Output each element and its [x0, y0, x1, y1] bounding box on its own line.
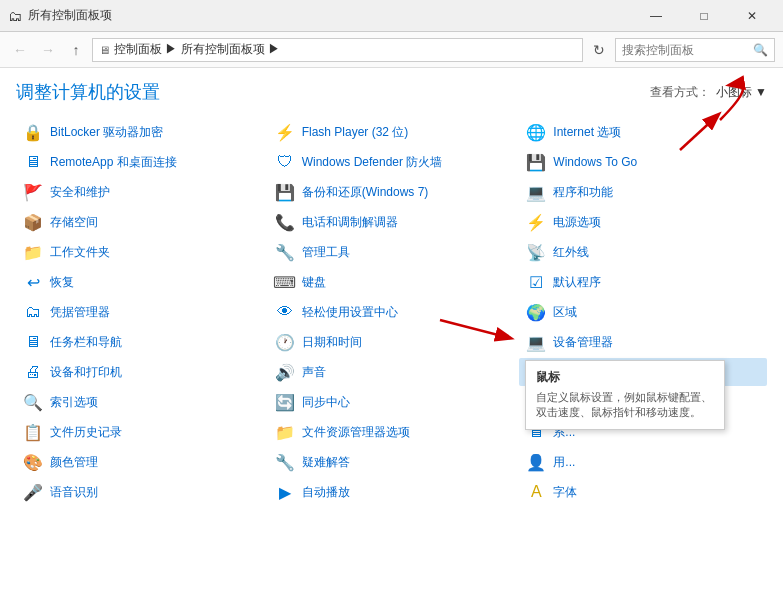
- credentials-icon: 🗂: [22, 301, 44, 323]
- grid-item-ease[interactable]: 👁轻松使用设置中心: [268, 298, 516, 326]
- grid-item-flash[interactable]: ⚡Flash Player (32 位): [268, 118, 516, 146]
- devices-label: 设备和打印机: [50, 364, 122, 381]
- storage-label: 存储空间: [50, 214, 98, 231]
- grid-item-storage[interactable]: 📦存储空间: [16, 208, 264, 236]
- grid-item-region[interactable]: 🌍区域: [519, 298, 767, 326]
- refresh-button[interactable]: ↻: [587, 38, 611, 62]
- grid-item-font[interactable]: A字体: [519, 478, 767, 506]
- grid-item-explorer[interactable]: 📁文件资源管理器选项: [268, 418, 516, 446]
- grid-item-autoplay[interactable]: ▶自动播放: [268, 478, 516, 506]
- bitlocker-icon: 🔒: [22, 121, 44, 143]
- close-button[interactable]: ✕: [729, 1, 775, 31]
- grid-item-devices[interactable]: 🖨设备和打印机: [16, 358, 264, 386]
- workfolders-icon: 📁: [22, 241, 44, 263]
- tooltip: 鼠标 自定义鼠标设置，例如鼠标键配置、双击速度、鼠标指针和移动速度。: [525, 360, 725, 430]
- view-label: 查看方式：: [650, 84, 710, 101]
- grid-item-device-mgr[interactable]: 💻设备管理器: [519, 328, 767, 356]
- grid-item-windows-to-go[interactable]: 💾Windows To Go: [519, 148, 767, 176]
- search-input[interactable]: [622, 43, 749, 57]
- tooltip-text: 自定义鼠标设置，例如鼠标键配置、双击速度、鼠标指针和移动速度。: [536, 390, 714, 421]
- grid-item-power[interactable]: ⚡电源选项: [519, 208, 767, 236]
- internet-options-icon: 🌐: [525, 121, 547, 143]
- default-programs-label: 默认程序: [553, 274, 601, 291]
- windows-to-go-label: Windows To Go: [553, 155, 637, 169]
- search-box[interactable]: 🔍: [615, 38, 775, 62]
- page-title: 调整计算机的设置: [16, 80, 160, 104]
- view-value-button[interactable]: 小图标 ▼: [716, 84, 767, 101]
- sound-icon: 🔊: [274, 361, 296, 383]
- power-label: 电源选项: [553, 214, 601, 231]
- grid-item-backup[interactable]: 💾备份和还原(Windows 7): [268, 178, 516, 206]
- windows-to-go-icon: 💾: [525, 151, 547, 173]
- flash-icon: ⚡: [274, 121, 296, 143]
- back-button[interactable]: ←: [8, 38, 32, 62]
- address-path[interactable]: 🖥 控制面板 ▶ 所有控制面板项 ▶: [92, 38, 583, 62]
- troubleshoot-label: 疑难解答: [302, 454, 350, 471]
- speech-icon: 🎤: [22, 481, 44, 503]
- title-bar: 🗂 所有控制面板项 — □ ✕: [0, 0, 783, 32]
- datetime-icon: 🕐: [274, 331, 296, 353]
- grid-item-workfolders[interactable]: 📁工作文件夹: [16, 238, 264, 266]
- color-label: 颜色管理: [50, 454, 98, 471]
- power-icon: ⚡: [525, 211, 547, 233]
- grid-item-datetime[interactable]: 🕐日期和时间: [268, 328, 516, 356]
- sound-label: 声音: [302, 364, 326, 381]
- internet-options-label: Internet 选项: [553, 124, 621, 141]
- maximize-button[interactable]: □: [681, 1, 727, 31]
- grid-item-taskbar[interactable]: 🖥任务栏和导航: [16, 328, 264, 356]
- grid-item-bitlocker[interactable]: 🔒BitLocker 驱动器加密: [16, 118, 264, 146]
- troubleshoot-icon: 🔧: [274, 451, 296, 473]
- indexing-label: 索引选项: [50, 394, 98, 411]
- grid-item-troubleshoot[interactable]: 🔧疑难解答: [268, 448, 516, 476]
- user-icon: 👤: [525, 451, 547, 473]
- grid-item-admin[interactable]: 🔧管理工具: [268, 238, 516, 266]
- grid-item-sync[interactable]: 🔄同步中心: [268, 388, 516, 416]
- restore-icon: ↩: [22, 271, 44, 293]
- path-icon: 🖥: [99, 44, 110, 56]
- grid-item-infrared[interactable]: 📡红外线: [519, 238, 767, 266]
- ease-icon: 👁: [274, 301, 296, 323]
- grid-item-default-programs[interactable]: ☑默认程序: [519, 268, 767, 296]
- sync-label: 同步中心: [302, 394, 350, 411]
- remoteapp-label: RemoteApp 和桌面连接: [50, 154, 177, 171]
- admin-label: 管理工具: [302, 244, 350, 261]
- explorer-label: 文件资源管理器选项: [302, 424, 410, 441]
- grid-item-file-history[interactable]: 📋文件历史记录: [16, 418, 264, 446]
- forward-button[interactable]: →: [36, 38, 60, 62]
- grid-item-defender[interactable]: 🛡Windows Defender 防火墙: [268, 148, 516, 176]
- grid-item-remoteapp[interactable]: 🖥RemoteApp 和桌面连接: [16, 148, 264, 176]
- taskbar-icon: 🖥: [22, 331, 44, 353]
- color-icon: 🎨: [22, 451, 44, 473]
- search-icon: 🔍: [753, 43, 768, 57]
- explorer-icon: 📁: [274, 421, 296, 443]
- remoteapp-icon: 🖥: [22, 151, 44, 173]
- grid-item-keyboard[interactable]: ⌨键盘: [268, 268, 516, 296]
- phone-label: 电话和调制解调器: [302, 214, 398, 231]
- defender-icon: 🛡: [274, 151, 296, 173]
- flash-label: Flash Player (32 位): [302, 124, 409, 141]
- grid-item-internet-options[interactable]: 🌐Internet 选项: [519, 118, 767, 146]
- grid-item-phone[interactable]: 📞电话和调制解调器: [268, 208, 516, 236]
- font-label: 字体: [553, 484, 577, 501]
- security-label: 安全和维护: [50, 184, 110, 201]
- grid-item-security[interactable]: 🚩安全和维护: [16, 178, 264, 206]
- window-icon: 🗂: [8, 8, 22, 24]
- grid-item-restore[interactable]: ↩恢复: [16, 268, 264, 296]
- tooltip-title: 鼠标: [536, 369, 714, 386]
- grid-item-color[interactable]: 🎨颜色管理: [16, 448, 264, 476]
- content-header: 调整计算机的设置 查看方式： 小图标 ▼: [16, 80, 767, 104]
- keyboard-icon: ⌨: [274, 271, 296, 293]
- region-label: 区域: [553, 304, 577, 321]
- grid-item-sound[interactable]: 🔊声音: [268, 358, 516, 386]
- address-bar: ← → ↑ 🖥 控制面板 ▶ 所有控制面板项 ▶ ↻ 🔍: [0, 32, 783, 68]
- minimize-button[interactable]: —: [633, 1, 679, 31]
- up-button[interactable]: ↑: [64, 38, 88, 62]
- grid-item-speech[interactable]: 🎤语音识别: [16, 478, 264, 506]
- bitlocker-label: BitLocker 驱动器加密: [50, 124, 163, 141]
- default-programs-icon: ☑: [525, 271, 547, 293]
- grid-item-user[interactable]: 👤用...: [519, 448, 767, 476]
- taskbar-label: 任务栏和导航: [50, 334, 122, 351]
- grid-item-credentials[interactable]: 🗂凭据管理器: [16, 298, 264, 326]
- grid-item-indexing[interactable]: 🔍索引选项: [16, 388, 264, 416]
- grid-item-programs[interactable]: 💻程序和功能: [519, 178, 767, 206]
